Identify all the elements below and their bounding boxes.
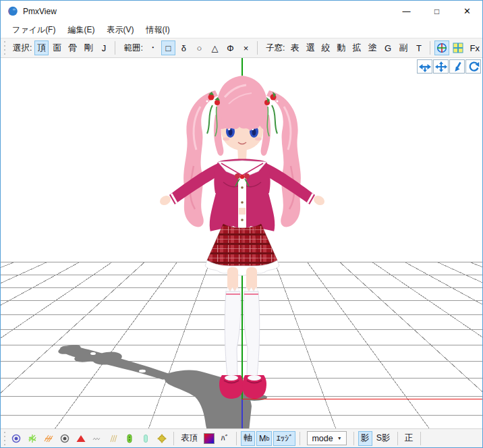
maximize-button[interactable]: □ xyxy=(422,1,452,22)
orange-hatch-icon[interactable] xyxy=(41,431,56,446)
toolbar-separator xyxy=(115,41,115,55)
toggle-axis[interactable]: 軸 xyxy=(241,431,255,446)
viewport-3d[interactable] xyxy=(1,58,482,428)
axis-target-icon[interactable] xyxy=(434,40,449,55)
toggle-edge[interactable]: ｴｯｼﾞ xyxy=(273,431,295,446)
vertex-color-swatch[interactable] xyxy=(204,433,215,444)
toolbar-separator xyxy=(173,432,174,445)
menu-view[interactable]: 表示(V) xyxy=(101,22,140,38)
close-button[interactable]: ✕ xyxy=(452,1,482,22)
camera-orbit-icon[interactable] xyxy=(465,59,481,74)
range-delta-button[interactable]: δ xyxy=(177,40,191,55)
top-toolbar: 選択: 頂 面 骨 剛 J 範囲: ・ □ δ ○ △ Φ × 子窓: 表 選 … xyxy=(1,38,482,58)
menu-edit[interactable]: 編集(E) xyxy=(61,22,101,38)
range-phi-button[interactable]: Φ xyxy=(223,40,237,55)
menu-info[interactable]: 情報(I) xyxy=(140,22,175,38)
toggle-front-vertex[interactable]: 表頂 xyxy=(178,431,200,446)
range-rect-button[interactable]: □ xyxy=(161,40,175,55)
pmxview-window: PmxView — □ ✕ ファイル(F) 編集(E) 表示(V) 情報(I) … xyxy=(0,0,483,448)
subwindow-dou-button[interactable]: 動 xyxy=(334,40,348,55)
scene-canvas xyxy=(1,58,482,428)
toolbar-separator xyxy=(257,41,258,55)
chevron-down-icon: ▼ xyxy=(337,436,342,441)
toggle-ba[interactable]: ﾊﾞ xyxy=(218,431,232,446)
menu-bar: ファイル(F) 編集(E) 表示(V) 情報(I) xyxy=(1,22,482,38)
tan-hatch-icon[interactable] xyxy=(106,431,121,446)
range-group-label: 範囲: xyxy=(123,43,142,54)
subwindow-fuku-button[interactable]: 副 xyxy=(396,40,410,55)
toolbar-separator xyxy=(353,432,354,445)
toggle-shadow[interactable]: 影 xyxy=(358,431,372,446)
green-capsule-icon[interactable] xyxy=(122,431,137,446)
select-vertex-button[interactable]: 頂 xyxy=(34,40,49,55)
subwindow-sen-button[interactable]: 選 xyxy=(303,40,317,55)
minimize-button[interactable]: — xyxy=(391,1,422,22)
subwindow-t-button[interactable]: T xyxy=(411,40,426,55)
select-rigid-button[interactable]: 剛 xyxy=(81,40,95,55)
toolbar-separator xyxy=(430,41,430,55)
select-joint-button[interactable]: J xyxy=(96,40,111,55)
camera-rotate-icon[interactable] xyxy=(417,59,432,74)
yellow-gear-icon[interactable] xyxy=(154,431,169,446)
range-point-button[interactable]: ・ xyxy=(146,40,160,55)
camera-nav-buttons xyxy=(417,59,481,74)
gray-zigzag-icon[interactable] xyxy=(90,431,105,446)
range-triangle-button[interactable]: △ xyxy=(208,40,222,55)
toolbar-grip xyxy=(3,41,7,55)
subwindow-group-label: 子窓: xyxy=(266,43,285,54)
blue-radio-icon[interactable] xyxy=(9,431,24,446)
bottom-toolbar: 表頂 ﾊﾞ 軸 Mb ｴｯｼﾞ mode ▼ 影 S影 正 xyxy=(1,428,482,447)
toolbar-separator xyxy=(397,432,398,445)
quad-view-icon[interactable] xyxy=(451,40,465,55)
range-x-button[interactable]: × xyxy=(239,40,253,55)
subwindow-kaku-button[interactable]: 拡 xyxy=(349,40,364,55)
subwindow-nuri-button[interactable]: 塗 xyxy=(365,40,379,55)
window-title: PmxView xyxy=(23,7,57,16)
app-icon xyxy=(7,5,18,17)
toolbar-separator xyxy=(236,432,237,445)
green-scribble-icon[interactable] xyxy=(25,431,40,446)
subwindow-shibori-button[interactable]: 絞 xyxy=(318,40,333,55)
toolbar-grip xyxy=(3,432,7,445)
toggle-front-face[interactable]: 正 xyxy=(402,431,416,446)
cyan-capsule-icon[interactable] xyxy=(138,431,153,446)
subwindow-g-button[interactable]: G xyxy=(380,40,395,55)
select-group-label: 選択: xyxy=(13,43,32,54)
toolbar-separator xyxy=(300,432,300,445)
camera-pan-icon[interactable] xyxy=(433,59,449,74)
camera-zoom-icon[interactable] xyxy=(449,59,465,74)
menu-file[interactable]: ファイル(F) xyxy=(6,22,61,38)
toggle-self-shadow[interactable]: S影 xyxy=(374,431,393,446)
subwindow-hyo-button[interactable]: 表 xyxy=(287,40,302,55)
range-circle-button[interactable]: ○ xyxy=(192,40,206,55)
toggle-mb[interactable]: Mb xyxy=(256,431,272,446)
toolbar-separator xyxy=(420,432,421,445)
select-face-button[interactable]: 面 xyxy=(50,40,64,55)
gray-radio-icon[interactable] xyxy=(57,431,72,446)
mode-dropdown[interactable]: mode ▼ xyxy=(307,431,346,445)
title-bar: PmxView — □ ✕ xyxy=(1,1,482,22)
select-bone-button[interactable]: 骨 xyxy=(65,40,80,55)
red-triangle-icon[interactable] xyxy=(74,431,88,446)
fx-label[interactable]: Fx xyxy=(470,43,479,53)
